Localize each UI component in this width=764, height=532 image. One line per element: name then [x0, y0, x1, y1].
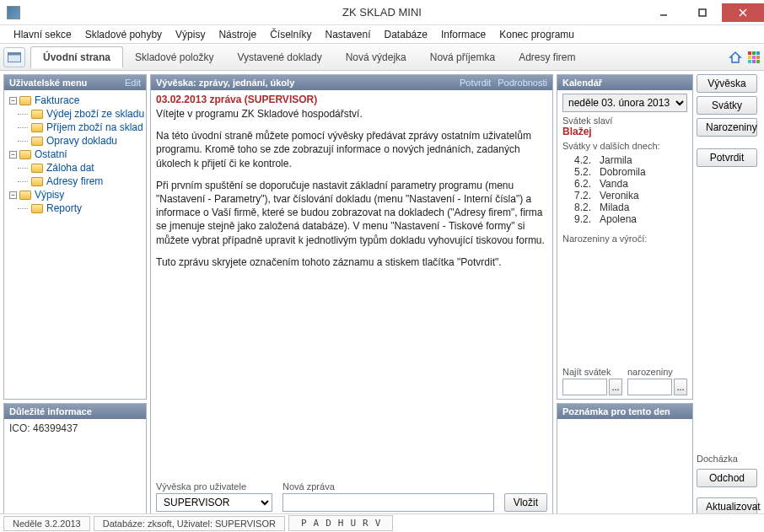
folder-icon: [31, 110, 43, 119]
find-nameday-button[interactable]: ...: [609, 379, 622, 395]
tree-item-opravy-dokladu[interactable]: Opravy dokladu: [9, 134, 141, 148]
tree-node-ostatni[interactable]: −Ostatní: [9, 148, 141, 161]
menu-databaze[interactable]: Databáze: [378, 26, 434, 43]
statusbar: Neděle 3.2.2013 Databáze: zksoft, Uživat…: [0, 513, 764, 532]
info-text: ICO: 46399437: [9, 422, 78, 434]
menu-nastaveni[interactable]: Nastavení: [319, 26, 378, 43]
svg-rect-14: [756, 60, 760, 63]
tree-item-adresy-firem[interactable]: Adresy firem: [9, 175, 141, 188]
side-btn-svatky[interactable]: Svátky: [697, 96, 757, 115]
menu-konec-programu[interactable]: Konec programu: [492, 26, 581, 43]
notice-panel: Vývěska: zprávy, jednání, úkoly Potvrdit…: [150, 74, 553, 516]
menu-ciselniky[interactable]: Číselníky: [263, 26, 318, 43]
notice-user-select[interactable]: SUPERVISOR: [156, 493, 272, 512]
calendar-header: Kalendář: [562, 78, 602, 88]
notice-header: Vývěska: zprávy, jednání, úkoly: [156, 78, 294, 88]
tab-nova-prijemka[interactable]: Nová příjemka: [418, 47, 507, 67]
svg-rect-5: [8, 52, 21, 55]
day-note-panel: Poznámka pro tento den: [557, 403, 693, 516]
upcoming-label: Svátky v dalších dnech:: [562, 141, 687, 151]
side-buttons: Vývěska Svátky Narozeniny Potvrdit Dochá…: [697, 74, 761, 516]
svg-rect-6: [748, 51, 751, 55]
celebrates-name: Blažej: [562, 126, 687, 137]
insert-button[interactable]: Vložit: [504, 493, 547, 512]
tree-node-fakturace[interactable]: −Fakturace: [9, 94, 141, 107]
side-btn-vyveska[interactable]: Vývěska: [697, 74, 757, 93]
window-title: ZK SKLAD MINI: [0, 6, 764, 19]
status-db: Databáze: zksoft, Uživatel: SUPERVISOR: [94, 516, 285, 531]
calendar-date-select[interactable]: neděle 03. února 2013: [562, 94, 687, 112]
info-panel-title: Důležité informace: [9, 406, 92, 416]
menu-nastroje[interactable]: Nástroje: [212, 26, 263, 43]
upcoming-list: 4.2.Jarmila 5.2.Dobromila 6.2.Vanda 7.2.…: [562, 154, 687, 225]
find-birthday-input[interactable]: [627, 379, 672, 395]
svg-rect-7: [752, 51, 756, 55]
folder-icon: [19, 191, 31, 200]
grid-icon[interactable]: [747, 51, 761, 64]
toolbar: Úvodní strana Skladové položky Vystavené…: [0, 44, 764, 71]
side-btn-odchod[interactable]: Odchod: [697, 469, 757, 487]
side-btn-potvrdit[interactable]: Potvrdit: [697, 148, 757, 167]
notice-details-link[interactable]: Podrobnosti: [498, 78, 547, 88]
tab-skladove-polozky[interactable]: Skladové položky: [123, 47, 225, 67]
calendar-panel: Kalendář neděle 03. února 2013 Svátek sl…: [557, 74, 693, 400]
find-birthday-button[interactable]: ...: [674, 379, 687, 395]
list-item: 9.2.Apolena: [562, 213, 687, 225]
tree-item-vydej-zbozi[interactable]: Výdej zboží ze skladu: [9, 107, 141, 121]
folder-icon: [31, 204, 43, 213]
svg-rect-10: [752, 56, 756, 59]
window-icon[interactable]: [3, 47, 25, 67]
folder-icon: [31, 177, 43, 186]
tree-item-zaloha-dat[interactable]: Záloha dat: [9, 161, 141, 175]
attendance-label: Docházka: [697, 454, 761, 464]
list-item: 4.2.Jarmila: [562, 154, 687, 166]
celebrates-label: Svátek slaví: [562, 116, 687, 126]
menu-hlavni-sekce[interactable]: Hlavní sekce: [7, 26, 78, 43]
svg-rect-12: [748, 60, 751, 63]
status-date: Neděle 3.2.2013: [3, 516, 90, 531]
folder-icon: [31, 123, 43, 132]
notice-text: Vítejte v programu ZK Skladové hospodářs…: [156, 107, 547, 277]
folder-icon: [19, 150, 31, 159]
side-btn-narozeniny[interactable]: Narozeniny: [697, 118, 757, 137]
tab-uvodni-strana[interactable]: Úvodní strana: [30, 46, 123, 68]
svg-rect-13: [752, 60, 756, 63]
tab-nova-vydejka[interactable]: Nová výdejka: [334, 47, 418, 67]
info-panel: Důležité informace ICO: 46399437: [3, 403, 147, 516]
list-item: 5.2.Dobromila: [562, 166, 687, 178]
menu-vypisy[interactable]: Výpisy: [169, 26, 212, 43]
day-note-header: Poznámka pro tento den: [562, 406, 670, 416]
notice-title: 03.02.2013 zpráva (SUPERVISOR): [156, 94, 547, 105]
find-birthday-label: narozeniny: [627, 367, 687, 377]
folder-icon: [19, 96, 31, 105]
user-menu-edit-link[interactable]: Edit: [125, 78, 141, 88]
svg-rect-11: [756, 56, 760, 59]
user-menu-panel: Uživatelské menu Edit −Fakturace Výdej z…: [3, 74, 147, 400]
notice-confirm-link[interactable]: Potvrdit: [460, 78, 491, 88]
tab-adresy-firem[interactable]: Adresy firem: [507, 47, 587, 67]
tree-item-reporty[interactable]: Reporty: [9, 202, 141, 215]
menu-skladove-pohyby[interactable]: Skladové pohyby: [78, 26, 169, 43]
user-menu-title: Uživatelské menu: [9, 78, 87, 88]
tree-node-vypisy[interactable]: −Výpisy: [9, 188, 141, 202]
svg-rect-8: [756, 51, 760, 55]
folder-icon: [31, 164, 43, 173]
new-message-label: Nová zpráva: [282, 481, 494, 492]
find-nameday-input[interactable]: [562, 379, 607, 395]
list-item: 8.2.Milada: [562, 202, 687, 213]
birthdays-label: Narozeniny a výročí:: [562, 234, 687, 244]
find-nameday-label: Najít svátek: [562, 367, 622, 377]
list-item: 7.2.Veronika: [562, 190, 687, 202]
svg-rect-9: [748, 56, 751, 59]
notice-user-label: Vývěska pro uživatele: [156, 481, 272, 492]
status-flags: PADHURV: [288, 515, 393, 531]
home-icon[interactable]: [729, 51, 742, 64]
menubar: Hlavní sekce Skladové pohyby Výpisy Nást…: [0, 25, 764, 44]
titlebar: ZK SKLAD MINI: [0, 0, 764, 25]
tab-vystavene-doklady[interactable]: Vystavené doklady: [225, 47, 333, 67]
new-message-input[interactable]: [282, 493, 494, 512]
list-item: 6.2.Vanda: [562, 178, 687, 190]
tree-item-prijem-zbozi[interactable]: Příjem zboží na sklad: [9, 121, 141, 134]
menu-informace[interactable]: Informace: [434, 26, 492, 43]
folder-icon: [31, 137, 43, 146]
